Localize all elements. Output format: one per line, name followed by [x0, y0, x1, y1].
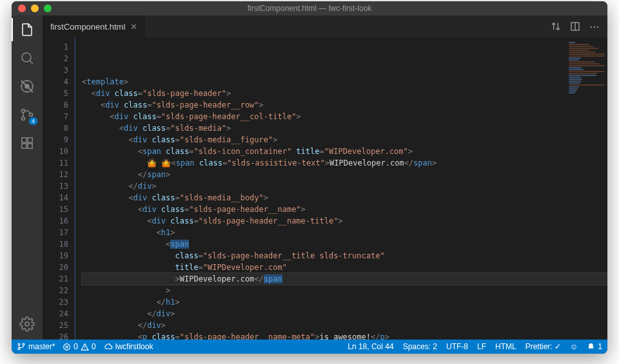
problems-indicator[interactable]: 0 0: [63, 342, 95, 351]
line-number-gutter: 1234567891011121314151617181920212223242…: [43, 37, 75, 340]
encoding[interactable]: UTF-8: [446, 342, 468, 351]
svg-point-19: [18, 343, 20, 345]
svg-point-0: [22, 53, 31, 62]
svg-rect-15: [28, 144, 32, 148]
indentation[interactable]: Spaces: 2: [403, 342, 437, 351]
scm-icon[interactable]: 4: [18, 106, 36, 124]
tab-bar: firstComponent.html ✕ ⋯: [43, 15, 607, 37]
eol[interactable]: LF: [477, 342, 486, 351]
svg-point-11: [30, 113, 33, 117]
branch-indicator[interactable]: master*: [17, 342, 55, 351]
svg-point-20: [18, 348, 20, 350]
branch-name: master*: [28, 342, 55, 351]
notification-count: 1: [598, 342, 602, 351]
cloud-indicator[interactable]: lwcfirstlook: [104, 342, 153, 351]
window-maximize-button[interactable]: [44, 5, 52, 12]
feedback-icon[interactable]: ☺: [570, 342, 578, 351]
titlebar[interactable]: firstComponent.html — lwc-first-look: [12, 1, 607, 15]
cloud-label: lwcfirstlook: [115, 342, 153, 351]
svg-point-9: [22, 110, 25, 113]
search-icon[interactable]: [18, 49, 36, 67]
gear-icon[interactable]: [18, 315, 36, 333]
svg-rect-13: [28, 138, 32, 142]
cursor-position[interactable]: Ln 18, Col 44: [348, 342, 393, 351]
svg-rect-12: [22, 138, 26, 142]
tab-file[interactable]: firstComponent.html ✕: [43, 15, 146, 37]
warning-count: 0: [92, 342, 96, 351]
status-bar: master* 0 0 lwcfirstlook Ln 18, Col 44 S…: [12, 340, 607, 354]
explorer-icon[interactable]: [18, 21, 36, 39]
svg-rect-14: [22, 144, 26, 148]
split-editor-icon[interactable]: [570, 21, 580, 32]
editor-actions: ⋯: [551, 15, 607, 37]
code-editor[interactable]: 1234567891011121314151617181920212223242…: [43, 37, 607, 340]
prettier-status[interactable]: Prettier: ✓: [526, 342, 561, 351]
close-icon[interactable]: ✕: [130, 22, 137, 32]
debug-icon[interactable]: [18, 77, 36, 95]
svg-point-10: [22, 117, 25, 120]
window-title: firstComponent.html — lwc-first-look: [12, 4, 607, 13]
svg-line-1: [30, 61, 33, 64]
compare-icon[interactable]: [551, 21, 561, 32]
code-content[interactable]: <template> <div class="slds-page-header"…: [75, 37, 607, 340]
svg-point-16: [25, 322, 29, 326]
error-count: 0: [74, 342, 78, 351]
window-minimize-button[interactable]: [31, 5, 39, 12]
more-icon[interactable]: ⋯: [589, 21, 600, 33]
traffic-lights: [18, 5, 52, 12]
notifications-icon[interactable]: 1: [587, 342, 602, 351]
language-mode[interactable]: HTML: [495, 342, 516, 351]
scm-badge: 4: [29, 117, 37, 125]
tab-label: firstComponent.html: [50, 22, 125, 32]
extensions-icon[interactable]: [18, 134, 36, 152]
window-close-button[interactable]: [18, 5, 26, 12]
svg-point-21: [23, 343, 25, 345]
activity-bar: 4: [12, 15, 43, 340]
editor-window: firstComponent.html — lwc-first-look 4: [12, 1, 607, 354]
